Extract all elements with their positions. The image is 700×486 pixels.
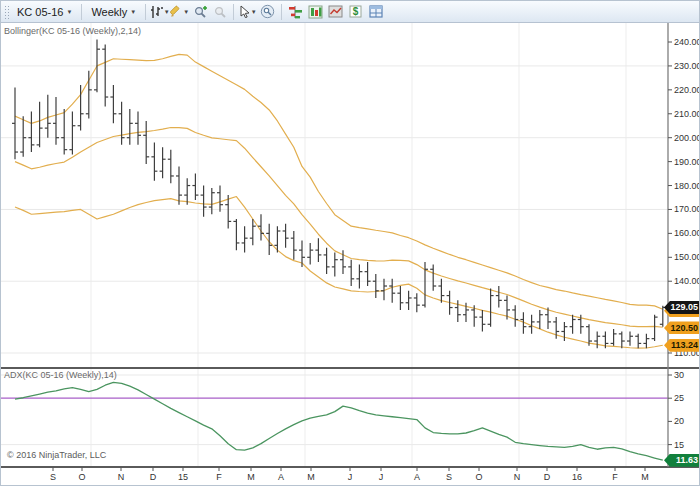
zoom-in-button[interactable] [190,3,209,21]
chevron-down-icon: ▼ [183,9,189,15]
chevron-down-icon: ▼ [251,9,257,15]
grid-table-icon [369,5,383,18]
dollar-button[interactable]: $ [346,3,365,21]
x-tick-label: F [612,472,618,482]
x-tick-label: A [278,472,284,482]
instrument-selector[interactable]: KC 05-16 ▼ [12,4,77,20]
bollinger-indicator-label: Bollinger(KC 05-16 (Weekly),2,14) [4,26,141,36]
market-analyzer-button[interactable] [306,3,325,21]
adx-value-marker: 11.63 [664,454,700,467]
separator [81,4,82,20]
cursor-icon [239,5,251,18]
x-tick-label: M [247,472,255,482]
x-tick-label: N [118,472,125,482]
chart-background [1,23,700,486]
interval-label: Weekly [91,6,127,18]
price-tick-label: 200.00 [674,133,700,143]
toolbar-grip[interactable] [3,4,9,20]
market-depth-button[interactable] [286,3,305,21]
x-tick-label: O [78,472,85,482]
price-tick-label: 180.00 [674,181,700,191]
price-tick-label: 230.00 [674,61,700,71]
cursor-button[interactable]: ▼ [238,3,257,21]
x-tick-label: N [514,472,521,482]
chart-window: KC 05-16 ▼ Weekly ▼ ▼ ▼ [0,0,700,486]
price-tick-label: 150.00 [674,252,700,262]
x-tick-label: S [446,472,452,482]
market-depth-icon [288,5,303,19]
adx-tick-label: 20 [674,416,684,426]
chart-image-icon [328,5,343,18]
drawing-tools-button[interactable]: ▼ [170,3,189,21]
band-value-marker: 113.24 [664,339,700,352]
chevron-down-icon: ▼ [164,9,170,15]
price-tick-label: 160.00 [674,228,700,238]
x-tick-label: D [150,472,157,482]
chevron-down-icon: ▼ [130,9,136,15]
dollar-icon: $ [349,5,362,18]
toolbar: KC 05-16 ▼ Weekly ▼ ▼ ▼ [1,1,699,23]
x-tick-label: J [379,472,384,482]
x-tick-label: J [348,472,353,482]
price-tick-label: 190.00 [674,157,700,167]
copyright-text: © 2016 NinjaTrader, LLC [7,450,106,460]
interval-selector[interactable]: Weekly ▼ [86,4,141,20]
x-tick-label: M [307,472,315,482]
x-tick-label: O [475,472,482,482]
x-tick-label: 15 [178,472,188,482]
chart-image-button[interactable] [326,3,345,21]
x-tick-label: M [641,472,649,482]
chevron-down-icon: ▼ [66,9,72,15]
x-tick-label: A [414,472,420,482]
instrument-label: KC 05-16 [17,6,63,18]
price-tick-label: 210.00 [674,109,700,119]
last-price-marker: 129.05 [664,301,700,314]
zoom-out-button[interactable] [210,3,229,21]
adx-indicator-label: ADX(KC 05-16 (Weekly),14) [4,370,117,380]
separator [145,4,146,20]
drawing-pencil-icon [170,5,183,18]
zoom-out-icon [213,5,227,19]
chart-canvas[interactable]: 240.00230.00220.00210.00200.00190.00180.… [1,1,700,486]
chart-snapshot-button[interactable] [258,3,277,21]
zoom-in-icon [193,5,207,19]
price-tick-label: 240.00 [674,37,700,47]
adx-tick-label: 30 [674,370,684,380]
x-tick-label: F [216,472,222,482]
price-tick-label: 140.00 [674,276,700,286]
adx-tick-label: 25 [674,393,684,403]
market-analyzer-icon [308,5,323,19]
x-tick-label: S [50,472,56,482]
chart-style-icon [150,5,164,19]
x-tick-label: D [544,472,551,482]
svg-text:$: $ [353,6,359,17]
price-tick-label: 170.00 [674,204,700,214]
grid-table-button[interactable] [366,3,385,21]
x-tick-label: 16 [572,472,582,482]
chart-style-button[interactable]: ▼ [150,3,169,21]
adx-tick-label: 15 [674,440,684,450]
band-value-marker: 120.50 [664,321,700,334]
chart-snapshot-icon [260,4,275,19]
separator [233,4,234,20]
price-tick-label: 220.00 [674,85,700,95]
separator [281,4,282,20]
